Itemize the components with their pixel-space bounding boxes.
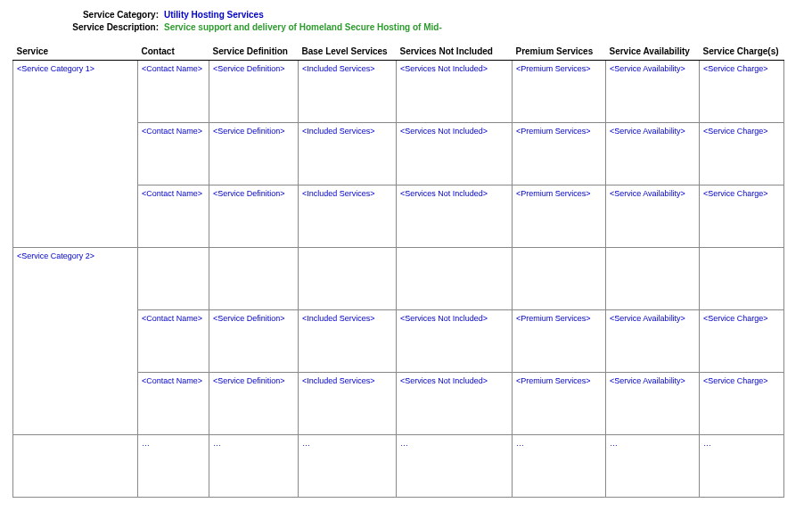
col-service: Service	[13, 43, 138, 61]
cell-ellipsis: …	[209, 435, 299, 498]
col-base: Base Level Services	[299, 43, 397, 61]
cell-notincluded: <Services Not Included>	[397, 310, 513, 373]
cell-ellipsis: …	[513, 435, 606, 498]
col-notincluded: Services Not Included	[397, 43, 513, 61]
col-contact: Contact	[138, 43, 209, 61]
cell-definition: <Service Definition>	[209, 310, 299, 373]
cell-notincluded: <Services Not Included>	[397, 185, 513, 248]
cell-included: <Included Services>	[299, 61, 397, 123]
cell-empty	[606, 248, 700, 310]
col-charges: Service Charge(s)	[700, 43, 784, 61]
cell-definition: <Service Definition>	[209, 185, 299, 248]
service-category-value: Utility Hosting Services	[164, 9, 264, 21]
cell-charge: <Service Charge>	[700, 123, 784, 185]
service-description-value: Service support and delivery of Homeland…	[164, 21, 442, 34]
cell-contact: <Contact Name>	[138, 123, 209, 185]
col-definition: Service Definition	[209, 43, 299, 61]
cell-ellipsis: …	[700, 435, 784, 498]
cell-definition: <Service Definition>	[209, 61, 299, 123]
cell-notincluded: <Services Not Included>	[397, 123, 513, 185]
cell-premium: <Premium Services>	[513, 185, 606, 248]
table-header-row: Service Contact Service Definition Base …	[13, 43, 784, 61]
cell-ellipsis: …	[299, 435, 397, 498]
cell-empty	[397, 248, 513, 310]
col-premium: Premium Services	[513, 43, 606, 61]
cell-included: <Included Services>	[299, 373, 397, 435]
cell-contact: <Contact Name>	[138, 61, 209, 123]
cell-notincluded: <Services Not Included>	[397, 61, 513, 123]
cell-ellipsis: …	[138, 435, 209, 498]
cell-definition: <Service Definition>	[209, 123, 299, 185]
cell-contact: <Contact Name>	[138, 373, 209, 435]
cell-charge: <Service Charge>	[700, 61, 784, 123]
service-category-label: Service Category:	[39, 9, 164, 21]
meta-block: Service Category: Utility Hosting Servic…	[39, 9, 800, 34]
cell-included: <Included Services>	[299, 185, 397, 248]
service-description-label: Service Description:	[39, 21, 164, 34]
cell-availability: <Service Availability>	[606, 373, 700, 435]
cell-availability: <Service Availability>	[606, 185, 700, 248]
table-row: <Service Category 2>	[13, 248, 784, 310]
cell-premium: <Premium Services>	[513, 123, 606, 185]
cell-availability: <Service Availability>	[606, 61, 700, 123]
services-table: Service Contact Service Definition Base …	[12, 43, 784, 498]
cell-premium: <Premium Services>	[513, 373, 606, 435]
cell-included: <Included Services>	[299, 123, 397, 185]
cell-premium: <Premium Services>	[513, 310, 606, 373]
cell-availability: <Service Availability>	[606, 310, 700, 373]
cell-charge: <Service Charge>	[700, 373, 784, 435]
cell-ellipsis: …	[397, 435, 513, 498]
col-availability: Service Availability	[606, 43, 700, 61]
cell-contact: <Contact Name>	[138, 310, 209, 373]
cell-availability: <Service Availability>	[606, 123, 700, 185]
cell-charge: <Service Charge>	[700, 310, 784, 373]
cell-empty	[13, 435, 138, 498]
cell-empty	[299, 248, 397, 310]
cell-empty	[209, 248, 299, 310]
table-row: <Service Category 1> <Contact Name> <Ser…	[13, 61, 784, 123]
cell-premium: <Premium Services>	[513, 61, 606, 123]
cell-notincluded: <Services Not Included>	[397, 373, 513, 435]
cell-definition: <Service Definition>	[209, 373, 299, 435]
cell-empty	[138, 248, 209, 310]
cell-charge: <Service Charge>	[700, 185, 784, 248]
cell-empty	[513, 248, 606, 310]
category-cell: <Service Category 2>	[13, 248, 138, 435]
cell-empty	[700, 248, 784, 310]
cell-contact: <Contact Name>	[138, 185, 209, 248]
table-row: … … … … … … …	[13, 435, 784, 498]
cell-included: <Included Services>	[299, 310, 397, 373]
category-cell: <Service Category 1>	[13, 61, 138, 248]
cell-ellipsis: …	[606, 435, 700, 498]
